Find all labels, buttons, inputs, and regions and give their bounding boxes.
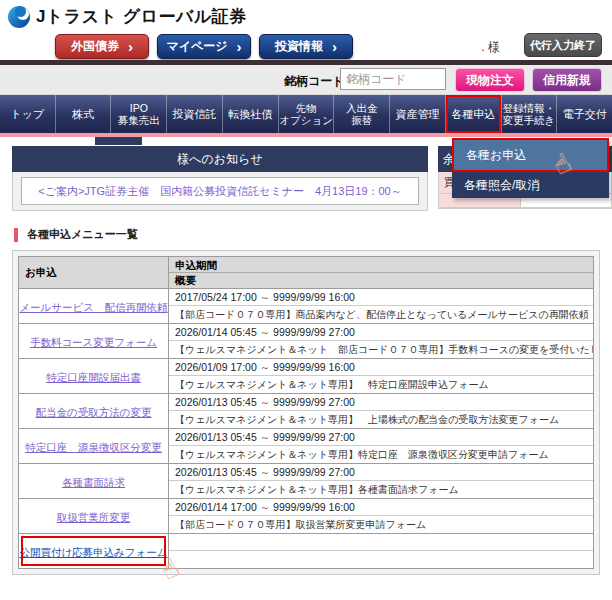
application-summary: 【部店コード０７０専用】取扱営業所変更申請フォーム [169, 516, 593, 533]
applications-table-container: お申込 申込期間 概要 メールサービス 配信再開依頼 2017/05/24 17… [12, 250, 600, 575]
notice-item: <ご案内>JTG証券主催 国内籍公募投資信託セミナー 4月13日19：00～ [21, 177, 419, 205]
link-mail-service-resume[interactable]: メールサービス 配信再開依頼 [19, 301, 167, 313]
tab-label: 各種申込 [451, 108, 495, 121]
menu-item-label: 各種お申込 [466, 147, 526, 164]
tab-label: 登録情報・ [503, 102, 556, 114]
tab-indicator [95, 137, 142, 145]
foreign-bonds-label: 外国債券 [71, 38, 119, 55]
table-row: 手数料コース変更フォーム 2026/01/14 05:45 ～ 9999/99/… [19, 324, 594, 359]
tab-label: オプション [279, 114, 333, 126]
application-period: 2026/01/09 17:00 ～ 9999/99/99 16:00 [169, 359, 593, 376]
application-summary: 【ウェルスマネジメント＆ネット専用】 特定口座開設申込フォーム [169, 376, 593, 393]
tab-label: 転換社債 [228, 108, 272, 121]
investment-info-label: 投資情報 [275, 38, 323, 55]
tab-label: 資産管理 [396, 108, 440, 121]
table-row: メールサービス 配信再開依頼 2017/05/24 17:00 ～ 9999/9… [19, 289, 594, 324]
application-summary: 【ウェルスマネジメント＆ネット専用】各種書面請求フォーム [169, 481, 593, 498]
highlight-box: 各種お申込 [452, 138, 609, 172]
application-period [169, 534, 593, 551]
application-summary: 【ウェルスマネジメント＆ネット専用】特定口座 源泉徴収区分変更申請フォーム [169, 446, 593, 463]
proxy-input-end-button[interactable]: 代行入力終了 [524, 33, 602, 57]
tab-top[interactable]: トップ [0, 95, 55, 133]
tab-registration-change[interactable]: 登録情報・ 変更手続き [501, 95, 557, 133]
tab-applications[interactable]: 各種申込 [445, 95, 501, 133]
tab-label: 投資信託 [173, 108, 217, 121]
applications-table: お申込 申込期間 概要 メールサービス 配信再開依頼 2017/05/24 17… [18, 256, 594, 569]
notice-header: 様へのお知らせ [12, 146, 428, 172]
table-row: 各種書面請求 2026/01/13 05:45 ～ 9999/99/99 27:… [19, 464, 594, 499]
application-period: 2026/01/14 17:00 ～ 9999/99/99 16:00 [169, 499, 593, 516]
table-row: 特定口座開設届出書 2026/01/09 17:00 ～ 9999/99/99 … [19, 359, 594, 394]
brand-logo-icon [8, 6, 30, 28]
tab-stocks[interactable]: 株式 [55, 95, 111, 133]
table-header-row: お申込 申込期間 概要 [19, 257, 594, 289]
main-nav: トップ 株式 IPO 募集売出 投資信託 転換社債 先物 オプション 入出金 振… [0, 95, 612, 133]
tab-label: 振替 [351, 114, 372, 126]
notice-box: 様へのお知らせ <ご案内>JTG証券主催 国内籍公募投資信託セミナー 4月13日… [12, 146, 428, 211]
table-row: 配当金の受取方法の変更 2026/01/13 05:45 ～ 9999/99/9… [19, 394, 594, 429]
application-period: 2026/01/13 05:45 ～ 9999/99/99 27:00 [169, 394, 593, 411]
tab-electronic-delivery[interactable]: 電子交付 [556, 95, 612, 133]
table-row: 取扱営業所変更 2026/01/14 17:00 ～ 9999/99/99 16… [19, 499, 594, 534]
symbol-code-input[interactable] [340, 68, 446, 90]
tab-futures-options[interactable]: 先物 オプション [278, 95, 334, 133]
tab-label: IPO [130, 102, 148, 114]
tab-label: トップ [10, 108, 44, 121]
tab-asset-management[interactable]: 資産管理 [389, 95, 445, 133]
menu-item-inquiry-cancel[interactable]: 各種照会/取消 [452, 172, 609, 198]
chevron-right-icon: › [332, 39, 337, 54]
col-header-group: 申込期間 概要 [169, 257, 594, 289]
cash-order-button[interactable]: 現物注文 [455, 68, 525, 92]
link-fee-course-change[interactable]: 手数料コース変更フォーム [30, 336, 157, 348]
col-header-apply: お申込 [19, 257, 169, 289]
application-summary: 【ウェルスマネジメント＆ネット 部店コード０７０専用】手数料コースの変更を受付い… [169, 341, 593, 358]
user-name-masked: . [481, 40, 484, 54]
col-header-summary: 概要 [169, 273, 593, 288]
section-title-text: 各種申込メニュー一覧 [27, 227, 138, 242]
tab-label: 株式 [72, 108, 94, 121]
tab-investment-trust[interactable]: 投資信託 [166, 95, 222, 133]
link-branch-change[interactable]: 取扱営業所変更 [57, 511, 131, 523]
tab-label: 変更手続き [503, 114, 556, 126]
brand-logo[interactable]: Jトラスト グローバル証券 [8, 5, 247, 28]
col-header-period: 申込期間 [169, 257, 593, 273]
link-tokutei-withholding-change[interactable]: 特定口座 源泉徴収区分変更 [25, 441, 162, 453]
my-page-button[interactable]: マイページ › [157, 34, 251, 59]
application-summary [169, 551, 593, 568]
symbol-code-label: 銘柄コード [284, 73, 345, 90]
section-title: 各種申込メニュー一覧 [14, 227, 138, 242]
margin-new-button[interactable]: 信用新規 [532, 68, 602, 92]
menu-item-various-applications[interactable]: 各種お申込 [454, 140, 607, 170]
application-period: 2026/01/13 05:45 ～ 9999/99/99 27:00 [169, 429, 593, 446]
tab-deposit-withdrawal[interactable]: 入出金 振替 [333, 95, 389, 133]
tab-label: 電子交付 [563, 108, 607, 121]
foreign-bonds-button[interactable]: 外国債券 › [55, 34, 149, 59]
application-period: 2026/01/13 05:45 ～ 9999/99/99 27:00 [169, 464, 593, 481]
user-name-label: . 様 [455, 39, 500, 56]
tab-label: 入出金 [346, 102, 378, 114]
investment-info-button[interactable]: 投資情報 › [259, 34, 353, 59]
tab-convertible-bonds[interactable]: 転換社債 [222, 95, 278, 133]
quick-links: 外国債券 › マイページ › 投資情報 › [55, 34, 353, 59]
application-period: 2026/01/14 05:45 ～ 9999/99/99 27:00 [169, 324, 593, 341]
table-row: 公開買付け応募申込みフォーム ☝ [19, 534, 594, 569]
link-dividend-method-change[interactable]: 配当金の受取方法の変更 [36, 406, 152, 418]
link-tokutei-account-open[interactable]: 特定口座開設届出書 [46, 371, 141, 383]
nav-underline [0, 133, 612, 137]
application-period: 2017/05/24 17:00 ～ 9999/99/99 16:00 [169, 289, 593, 306]
seminar-notice-link[interactable]: <ご案内>JTG証券主催 国内籍公募投資信託セミナー 4月13日19：00～ [38, 184, 401, 199]
applications-dropdown: 各種お申込 各種照会/取消 ☝ [452, 138, 609, 198]
menu-item-label: 各種照会/取消 [464, 177, 539, 194]
tab-label: 募集売出 [118, 114, 160, 126]
tab-ipo[interactable]: IPO 募集売出 [110, 95, 166, 133]
notice-body: <ご案内>JTG証券主催 国内籍公募投資信託セミナー 4月13日19：00～ [12, 172, 428, 211]
section-title-bar [14, 228, 18, 242]
symbol-toolbar: 銘柄コード 現物注文 信用新規 [0, 65, 612, 95]
brand-name: Jトラスト グローバル証券 [36, 5, 247, 28]
link-tob-application-form[interactable]: 公開買付け応募申込みフォーム [19, 546, 167, 558]
application-summary: 【部店コード０７０専用】商品案内など、配信停止となっているメールサービスの再開依… [169, 306, 593, 323]
chevron-right-icon: › [128, 39, 133, 54]
link-document-request[interactable]: 各種書面請求 [62, 476, 125, 488]
page: Jトラスト グローバル証券 外国債券 › マイページ › 投資情報 › . 様 … [0, 0, 612, 600]
tab-label: 先物 [296, 102, 317, 114]
